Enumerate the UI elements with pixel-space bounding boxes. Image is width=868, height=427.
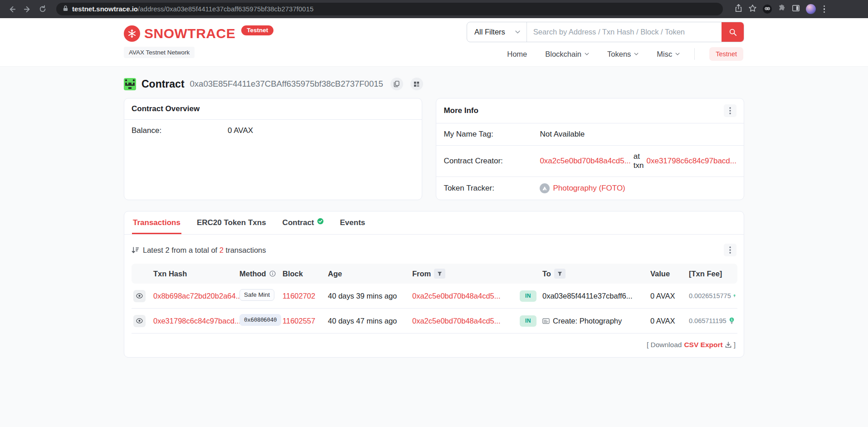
back-icon[interactable] bbox=[6, 4, 17, 15]
page-title: Contract bbox=[141, 78, 185, 90]
txn-hash-link[interactable]: 0xe31798c6c84c97bacd... bbox=[153, 317, 241, 325]
from-address-link[interactable]: 0xa2c5e0bd70b48a4cd5... bbox=[412, 292, 501, 300]
txn-hash-link[interactable]: 0x8b698ac72bd20b2a64... bbox=[153, 292, 242, 300]
extensions-puzzle-icon[interactable] bbox=[778, 4, 786, 14]
gas-lightbulb-icon[interactable]: $ bbox=[733, 292, 736, 299]
col-block: Block bbox=[281, 264, 326, 284]
col-method: Method bbox=[238, 264, 281, 284]
filter-funnel-icon bbox=[557, 271, 562, 276]
csv-export-link[interactable]: CSV Export bbox=[684, 341, 722, 349]
method-badge: Safe Mint bbox=[239, 289, 274, 301]
from-address-link[interactable]: 0xa2c5e0bd70b48a4cd5... bbox=[412, 317, 501, 325]
extension-avatar-icon[interactable] bbox=[763, 5, 772, 14]
contract-creator-label: Contract Creator: bbox=[444, 157, 540, 166]
transactions-summary: Latest 2 from a total of 2 transactions bbox=[132, 246, 266, 255]
tab-erc20-token-txns[interactable]: ERC20 Token Txns bbox=[196, 211, 267, 234]
svg-text:$: $ bbox=[731, 318, 732, 322]
search-icon bbox=[729, 28, 737, 36]
verified-check-icon bbox=[317, 218, 324, 225]
more-info-menu-button[interactable] bbox=[724, 104, 736, 117]
direction-badge: IN bbox=[520, 290, 536, 302]
creator-address-link[interactable]: 0xa2c5e0bd70b48a4cd5... bbox=[540, 157, 630, 166]
download-icon bbox=[725, 342, 731, 348]
creator-txn-link[interactable]: 0xe31798c6c84c97bacd... bbox=[647, 157, 737, 166]
qr-code-icon bbox=[414, 81, 419, 87]
eye-icon bbox=[136, 318, 143, 324]
kebab-icon bbox=[729, 107, 731, 114]
contract-blockie bbox=[124, 78, 136, 90]
block-link[interactable]: 11602557 bbox=[283, 317, 315, 325]
search-button[interactable] bbox=[722, 22, 744, 42]
tab-contract[interactable]: Contract bbox=[282, 211, 325, 234]
table-row: 0xe31798c6c84c97bacd... 0x60806040 11602… bbox=[132, 309, 737, 334]
to-filter-button[interactable] bbox=[554, 269, 566, 279]
snowtrace-logo[interactable]: SNOWTRACE Testnet bbox=[124, 25, 273, 42]
nav-tokens[interactable]: Tokens bbox=[607, 50, 639, 59]
name-tag-value: Not Available bbox=[540, 130, 585, 139]
url-bar[interactable]: testnet.snowtrace.io/address/0xa03e85f44… bbox=[56, 3, 723, 15]
tab-events[interactable]: Events bbox=[339, 211, 366, 234]
search-input[interactable] bbox=[527, 22, 722, 42]
site-header: SNOWTRACE Testnet AVAX Testnet Network A… bbox=[0, 18, 868, 67]
chrome-menu-icon[interactable] bbox=[822, 5, 827, 13]
method-badge: 0x60806040 bbox=[239, 314, 281, 326]
direction-badge: IN bbox=[520, 315, 536, 327]
forward-icon[interactable] bbox=[22, 4, 33, 15]
kebab-icon bbox=[729, 246, 731, 254]
profile-avatar[interactable] bbox=[806, 4, 816, 14]
reload-icon[interactable] bbox=[37, 4, 48, 15]
copy-icon bbox=[394, 81, 400, 87]
nav-home[interactable]: Home bbox=[507, 50, 527, 59]
gas-lightbulb-icon[interactable]: $ bbox=[729, 317, 735, 324]
txn-preview-button[interactable] bbox=[133, 290, 146, 302]
transactions-total-count: 2 bbox=[219, 246, 224, 254]
col-value: Value bbox=[649, 264, 687, 284]
txn-fee-amount: 0.0026515775 bbox=[689, 292, 731, 299]
txn-fee-amount: 0.065711195 bbox=[689, 317, 727, 324]
token-tracker-link[interactable]: Photography (FOTO) bbox=[553, 184, 625, 193]
from-filter-button[interactable] bbox=[434, 269, 445, 279]
url-domain: testnet.snowtrace.io bbox=[72, 5, 138, 13]
col-age[interactable]: Age bbox=[326, 264, 410, 284]
col-eye bbox=[132, 264, 151, 284]
chevron-down-icon bbox=[515, 30, 520, 34]
brand-wordmark: SNOWTRACE bbox=[144, 25, 235, 42]
value-amount: 0 AVAX bbox=[650, 292, 675, 300]
nav-testnet-button[interactable]: Testnet bbox=[709, 47, 743, 61]
copy-address-button[interactable] bbox=[390, 78, 403, 90]
transactions-card: Transactions ERC20 Token Txns Contract E… bbox=[124, 211, 744, 358]
snowflake-icon bbox=[124, 25, 140, 42]
main-nav: Home Blockchain Tokens Misc Testnet bbox=[507, 47, 744, 61]
nav-blockchain[interactable]: Blockchain bbox=[545, 50, 589, 59]
nav-misc[interactable]: Misc bbox=[657, 50, 680, 59]
csv-export-row: [ Download CSV Export ] bbox=[132, 341, 736, 349]
search-filter-dropdown[interactable]: All Filters bbox=[467, 22, 527, 42]
txn-preview-button[interactable] bbox=[133, 315, 146, 327]
transactions-menu-button[interactable] bbox=[724, 244, 736, 256]
url-path: /address/0xa03e85f4411e37cbaff635975bf38… bbox=[138, 5, 313, 13]
to-contract-name: Create: Photography bbox=[553, 317, 622, 325]
overview-card-title: Contract Overview bbox=[132, 104, 200, 113]
nav-divider bbox=[694, 48, 695, 60]
sort-icon bbox=[132, 247, 139, 254]
tabs: Transactions ERC20 Token Txns Contract E… bbox=[124, 211, 744, 235]
info-icon[interactable] bbox=[269, 270, 276, 277]
lock-icon bbox=[63, 5, 68, 14]
bookmark-star-icon[interactable] bbox=[748, 4, 757, 15]
more-info-card: More Info My Name Tag: Not Available Con… bbox=[436, 98, 744, 200]
side-panel-icon[interactable] bbox=[792, 4, 800, 14]
qr-code-button[interactable] bbox=[410, 78, 423, 90]
col-direction bbox=[518, 264, 541, 284]
tab-transactions[interactable]: Transactions bbox=[132, 211, 181, 234]
name-tag-label: My Name Tag: bbox=[444, 130, 540, 139]
col-to: To bbox=[541, 264, 649, 284]
block-link[interactable]: 11602702 bbox=[283, 292, 315, 300]
network-label: AVAX Testnet Network bbox=[124, 47, 195, 58]
svg-text:$: $ bbox=[734, 294, 735, 296]
table-header-row: Txn Hash Method Block Age From To bbox=[132, 264, 737, 284]
chevron-down-icon bbox=[675, 53, 680, 55]
browser-chrome: testnet.snowtrace.io/address/0xa03e85f44… bbox=[0, 0, 868, 18]
share-icon[interactable] bbox=[735, 4, 742, 14]
token-tracker-row: Token Tracker: Photography (FOTO) bbox=[436, 177, 744, 200]
age-value: 40 days 39 mins ago bbox=[328, 292, 397, 300]
